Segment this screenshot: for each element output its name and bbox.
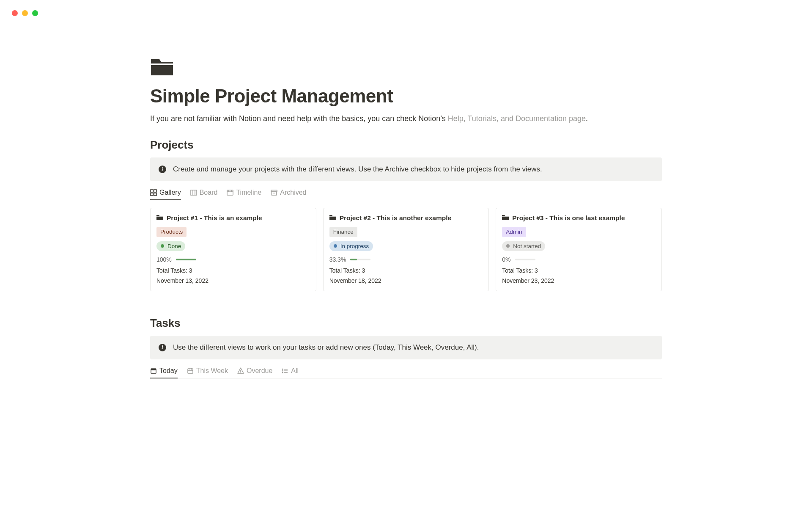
project-date: November 13, 2022 [156, 277, 310, 284]
tab-label: Timeline [236, 189, 261, 196]
tab-overdue[interactable]: Overdue [237, 367, 272, 378]
folder-icon [329, 214, 336, 222]
svg-rect-7 [227, 190, 233, 195]
project-title: Project #1 - This is an example [167, 214, 262, 222]
projects-callout-text: Create and manage your projects with the… [173, 165, 542, 174]
tasks-callout: i Use the different views to work on you… [150, 336, 662, 359]
tab-label: Overdue [247, 367, 272, 375]
folder-icon [502, 214, 509, 222]
projects-tabs: Gallery Board Timeline Archived [150, 189, 662, 200]
status-dot-icon [506, 244, 510, 248]
project-title: Project #3 - This is one last example [512, 214, 625, 222]
projects-callout: i Create and manage your projects with t… [150, 157, 662, 181]
project-status: Not started [502, 241, 545, 251]
project-date: November 23, 2022 [502, 277, 656, 284]
help-docs-link[interactable]: Help, Tutorials, and Documentation page [448, 114, 586, 123]
tab-timeline[interactable]: Timeline [227, 189, 261, 200]
project-tag: Admin [502, 227, 526, 237]
svg-point-21 [240, 372, 241, 373]
info-icon: i [159, 166, 166, 173]
project-title: Project #2 - This is another example [340, 214, 451, 222]
status-dot-icon [334, 244, 337, 248]
project-tag: Finance [329, 227, 357, 237]
svg-point-25 [283, 369, 283, 370]
svg-rect-1 [154, 190, 156, 192]
status-label: Not started [513, 243, 541, 249]
tab-all[interactable]: All [282, 367, 299, 378]
tasks-tabs: Today This Week Overdue All [150, 367, 662, 378]
svg-rect-15 [151, 369, 156, 370]
project-total-tasks: Total Tasks: 3 [502, 267, 656, 274]
tab-board[interactable]: Board [190, 189, 218, 200]
projects-heading: Projects [150, 138, 662, 152]
svg-rect-0 [151, 190, 153, 192]
svg-rect-4 [191, 190, 197, 195]
tab-today[interactable]: Today [150, 367, 178, 378]
project-status: In progress [329, 241, 373, 251]
subtitle-suffix: . [586, 114, 588, 123]
window-traffic-lights [12, 10, 38, 16]
status-label: In progress [340, 243, 369, 249]
status-label: Done [167, 243, 181, 249]
board-icon [190, 189, 197, 196]
project-total-tasks: Total Tasks: 3 [329, 267, 483, 274]
tab-this-week[interactable]: This Week [187, 367, 228, 378]
progress-bar [515, 259, 535, 260]
tab-gallery[interactable]: Gallery [150, 189, 181, 200]
calendar-week-icon [187, 367, 194, 374]
gallery-icon [150, 189, 157, 196]
project-card[interactable]: Project #3 - This is one last example Ad… [496, 208, 662, 291]
project-card[interactable]: Project #1 - This is an example Products… [150, 208, 316, 291]
svg-point-26 [283, 370, 283, 371]
status-dot-icon [161, 244, 164, 248]
progress-bar [350, 259, 370, 260]
project-tag: Products [156, 227, 187, 237]
progress-percent: 33.3% [329, 256, 346, 263]
project-card[interactable]: Project #2 - This is another example Fin… [323, 208, 489, 291]
list-icon [282, 367, 288, 374]
project-date: November 18, 2022 [329, 277, 483, 284]
svg-rect-2 [151, 193, 153, 196]
warning-icon [237, 367, 244, 374]
page-title: Simple Project Management [150, 86, 662, 107]
tasks-callout-text: Use the different views to work on your … [173, 343, 479, 352]
project-status: Done [156, 241, 185, 251]
progress-percent: 100% [156, 256, 172, 263]
tab-label: Board [200, 189, 218, 196]
svg-rect-16 [188, 369, 193, 373]
timeline-icon [227, 189, 233, 196]
tab-label: Today [159, 367, 178, 375]
tab-label: All [291, 367, 299, 375]
archive-icon [271, 189, 277, 196]
project-total-tasks: Total Tasks: 3 [156, 267, 310, 274]
progress-percent: 0% [502, 256, 510, 263]
close-window-dot[interactable] [12, 10, 18, 16]
tab-archived[interactable]: Archived [271, 189, 306, 200]
progress-bar [176, 259, 196, 260]
tab-label: Gallery [159, 189, 181, 196]
tab-label: This Week [196, 367, 228, 375]
minimize-window-dot[interactable] [22, 10, 28, 16]
projects-gallery: Project #1 - This is an example Products… [150, 208, 662, 291]
page-subtitle: If you are not familiar with Notion and … [150, 114, 662, 123]
tab-label: Archived [280, 189, 306, 196]
maximize-window-dot[interactable] [32, 10, 38, 16]
svg-rect-3 [154, 193, 156, 196]
folder-icon [156, 214, 163, 222]
subtitle-text: If you are not familiar with Notion and … [150, 114, 448, 123]
svg-rect-12 [272, 192, 277, 195]
tasks-heading: Tasks [150, 317, 662, 330]
svg-point-27 [283, 372, 283, 373]
info-icon: i [159, 344, 166, 351]
calendar-today-icon [150, 367, 157, 374]
folder-icon [150, 55, 662, 77]
